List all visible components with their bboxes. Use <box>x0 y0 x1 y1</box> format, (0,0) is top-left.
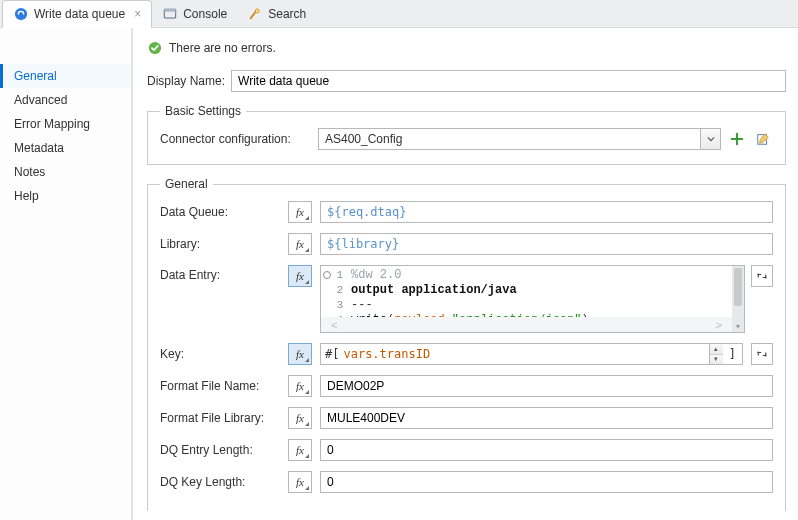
expand-editor-button[interactable] <box>751 343 773 365</box>
sidebar-item-notes[interactable]: Notes <box>0 160 131 184</box>
chevron-down-icon <box>700 129 720 149</box>
spin-up[interactable]: ▴ <box>710 344 723 355</box>
format-file-library-input[interactable] <box>320 407 773 429</box>
connector-config-value: AS400_Config <box>325 132 402 146</box>
main-panel: There are no errors. Display Name: Basic… <box>132 28 798 520</box>
sidebar-item-error-mapping[interactable]: Error Mapping <box>0 112 131 136</box>
display-name-row: Display Name: <box>147 66 786 104</box>
fx-button[interactable]: fx <box>288 439 312 461</box>
mule-flow-icon <box>13 6 29 22</box>
connector-config-select[interactable]: AS400_Config <box>318 128 721 150</box>
svg-point-3 <box>255 8 259 12</box>
add-config-button[interactable] <box>727 129 747 149</box>
fx-button[interactable]: fx <box>288 407 312 429</box>
library-label: Library: <box>160 237 280 251</box>
sidebar-item-help[interactable]: Help <box>0 184 131 208</box>
close-icon[interactable]: × <box>134 7 141 21</box>
display-name-input[interactable] <box>231 70 786 92</box>
dq-entry-length-input[interactable] <box>320 439 773 461</box>
fx-button[interactable]: fx <box>288 233 312 255</box>
fx-button[interactable]: fx <box>288 201 312 223</box>
sidebar-item-metadata[interactable]: Metadata <box>0 136 131 160</box>
svg-point-7 <box>765 277 767 279</box>
tab-label: Console <box>183 7 227 21</box>
sidebar: General Advanced Error Mapping Metadata … <box>0 28 132 520</box>
scrollbar-vertical[interactable]: ▾ <box>732 266 744 332</box>
expand-editor-button[interactable] <box>751 265 773 287</box>
data-entry-editor[interactable]: 1%dw 2.0 2output application/java 3--- 4… <box>320 265 745 333</box>
svg-point-0 <box>15 8 27 20</box>
data-queue-label: Data Queue: <box>160 205 280 219</box>
key-input-wrap: #[ ▴▾ ] <box>320 343 743 365</box>
data-queue-input[interactable] <box>320 201 773 223</box>
svg-rect-2 <box>165 9 176 12</box>
format-file-name-input[interactable] <box>320 375 773 397</box>
format-file-library-label: Format File Library: <box>160 411 280 425</box>
edit-config-button[interactable] <box>753 129 773 149</box>
general-group: General Data Queue: fx Library: fx Data … <box>147 177 786 511</box>
svg-point-9 <box>765 355 767 357</box>
connector-config-label: Connector configuration: <box>160 132 310 146</box>
display-name-label: Display Name: <box>147 74 225 88</box>
library-input[interactable] <box>320 233 773 255</box>
spinner[interactable]: ▴▾ <box>709 344 723 364</box>
fx-button[interactable]: fx <box>288 471 312 493</box>
format-file-name-label: Format File Name: <box>160 379 280 393</box>
basic-settings-group: Basic Settings Connector configuration: … <box>147 104 786 165</box>
sidebar-item-advanced[interactable]: Advanced <box>0 88 131 112</box>
console-icon <box>162 6 178 22</box>
search-icon <box>247 6 263 22</box>
tab-bar: Write data queue × Console Search <box>0 0 798 28</box>
sidebar-item-general[interactable]: General <box>0 64 131 88</box>
svg-point-6 <box>757 274 759 276</box>
dq-key-length-label: DQ Key Length: <box>160 475 280 489</box>
fx-button[interactable]: fx <box>288 265 312 287</box>
tab-search[interactable]: Search <box>237 0 316 28</box>
tab-label: Search <box>268 7 306 21</box>
key-label: Key: <box>160 347 280 361</box>
data-entry-label: Data Entry: <box>160 265 280 282</box>
tab-label: Write data queue <box>34 7 125 21</box>
spin-down[interactable]: ▾ <box>710 355 723 365</box>
fx-button[interactable]: fx <box>288 343 312 365</box>
status-message: There are no errors. <box>169 41 276 55</box>
tab-console[interactable]: Console <box>152 0 237 28</box>
expression-suffix: ] <box>723 347 742 361</box>
general-legend: General <box>160 177 213 191</box>
tab-write-data-queue[interactable]: Write data queue × <box>2 0 152 28</box>
dq-entry-length-label: DQ Entry Length: <box>160 443 280 457</box>
svg-point-8 <box>757 352 759 354</box>
key-input[interactable] <box>343 344 708 364</box>
success-icon <box>147 40 163 56</box>
expression-prefix: #[ <box>321 347 343 361</box>
dq-key-length-input[interactable] <box>320 471 773 493</box>
status-row: There are no errors. <box>147 36 786 66</box>
basic-settings-legend: Basic Settings <box>160 104 246 118</box>
fx-button[interactable]: fx <box>288 375 312 397</box>
